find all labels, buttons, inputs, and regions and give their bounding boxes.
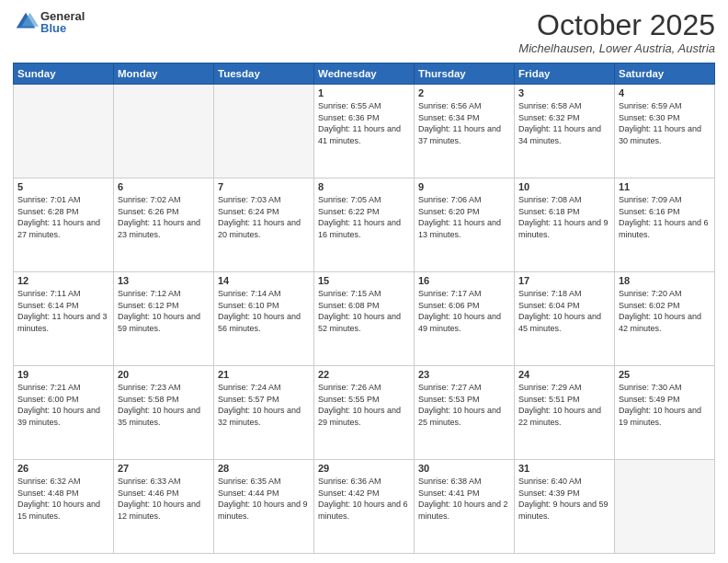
day-info: Sunrise: 6:35 AM Sunset: 4:44 PM Dayligh… xyxy=(218,476,310,522)
day-number: 29 xyxy=(318,463,410,474)
day-number: 17 xyxy=(518,275,610,286)
day-number: 14 xyxy=(218,275,310,286)
location: Michelhausen, Lower Austria, Austria xyxy=(518,41,715,55)
calendar-table: Sunday Monday Tuesday Wednesday Thursday… xyxy=(13,63,715,554)
calendar-cell: 17Sunrise: 7:18 AM Sunset: 6:04 PM Dayli… xyxy=(515,272,615,366)
calendar-week-row: 26Sunrise: 6:32 AM Sunset: 4:48 PM Dayli… xyxy=(14,460,715,554)
day-info: Sunrise: 7:18 AM Sunset: 6:04 PM Dayligh… xyxy=(518,288,610,334)
calendar-cell: 29Sunrise: 6:36 AM Sunset: 4:42 PM Dayli… xyxy=(314,460,415,554)
day-number: 24 xyxy=(518,369,610,380)
day-info: Sunrise: 6:59 AM Sunset: 6:30 PM Dayligh… xyxy=(619,100,711,146)
day-info: Sunrise: 7:15 AM Sunset: 6:08 PM Dayligh… xyxy=(318,288,410,334)
day-info: Sunrise: 7:26 AM Sunset: 5:55 PM Dayligh… xyxy=(318,382,410,428)
day-info: Sunrise: 7:21 AM Sunset: 6:00 PM Dayligh… xyxy=(17,382,109,428)
header-thursday: Thursday xyxy=(415,63,515,85)
calendar-cell: 30Sunrise: 6:38 AM Sunset: 4:41 PM Dayli… xyxy=(415,460,515,554)
day-number: 6 xyxy=(118,181,210,192)
calendar-week-row: 5Sunrise: 7:01 AM Sunset: 6:28 PM Daylig… xyxy=(14,178,715,272)
day-number: 25 xyxy=(619,369,711,380)
day-number: 22 xyxy=(318,369,410,380)
day-info: Sunrise: 7:03 AM Sunset: 6:24 PM Dayligh… xyxy=(218,194,310,240)
calendar-cell xyxy=(14,85,114,178)
day-info: Sunrise: 7:06 AM Sunset: 6:20 PM Dayligh… xyxy=(418,194,510,240)
calendar-cell: 13Sunrise: 7:12 AM Sunset: 6:12 PM Dayli… xyxy=(114,272,214,366)
day-info: Sunrise: 6:56 AM Sunset: 6:34 PM Dayligh… xyxy=(418,100,510,146)
calendar-cell: 16Sunrise: 7:17 AM Sunset: 6:06 PM Dayli… xyxy=(415,272,515,366)
calendar-cell: 10Sunrise: 7:08 AM Sunset: 6:18 PM Dayli… xyxy=(515,178,615,272)
day-info: Sunrise: 7:09 AM Sunset: 6:16 PM Dayligh… xyxy=(619,194,711,240)
day-number: 16 xyxy=(418,275,510,286)
calendar-cell xyxy=(214,85,314,178)
calendar-cell: 14Sunrise: 7:14 AM Sunset: 6:10 PM Dayli… xyxy=(214,272,314,366)
day-info: Sunrise: 7:05 AM Sunset: 6:22 PM Dayligh… xyxy=(318,194,410,240)
header: General Blue October 2025 Michelhausen, … xyxy=(13,9,715,55)
calendar-cell: 9Sunrise: 7:06 AM Sunset: 6:20 PM Daylig… xyxy=(415,178,515,272)
page: General Blue October 2025 Michelhausen, … xyxy=(0,0,728,563)
day-number: 31 xyxy=(518,463,610,474)
day-info: Sunrise: 7:14 AM Sunset: 6:10 PM Dayligh… xyxy=(218,288,310,334)
calendar-cell: 26Sunrise: 6:32 AM Sunset: 4:48 PM Dayli… xyxy=(14,460,114,554)
title-block: October 2025 Michelhausen, Lower Austria… xyxy=(518,9,715,55)
day-number: 5 xyxy=(17,181,109,192)
calendar-cell: 28Sunrise: 6:35 AM Sunset: 4:44 PM Dayli… xyxy=(214,460,314,554)
calendar-cell xyxy=(615,460,715,554)
day-info: Sunrise: 7:27 AM Sunset: 5:53 PM Dayligh… xyxy=(418,382,510,428)
day-info: Sunrise: 7:02 AM Sunset: 6:26 PM Dayligh… xyxy=(118,194,210,240)
logo: General Blue xyxy=(13,9,85,35)
day-number: 3 xyxy=(518,87,610,98)
calendar-cell: 4Sunrise: 6:59 AM Sunset: 6:30 PM Daylig… xyxy=(615,85,715,178)
day-number: 30 xyxy=(418,463,510,474)
day-info: Sunrise: 7:20 AM Sunset: 6:02 PM Dayligh… xyxy=(619,288,711,334)
calendar-cell: 24Sunrise: 7:29 AM Sunset: 5:51 PM Dayli… xyxy=(515,366,615,460)
day-number: 1 xyxy=(318,87,410,98)
day-info: Sunrise: 6:40 AM Sunset: 4:39 PM Dayligh… xyxy=(518,476,610,522)
calendar-cell: 19Sunrise: 7:21 AM Sunset: 6:00 PM Dayli… xyxy=(14,366,114,460)
calendar-cell: 3Sunrise: 6:58 AM Sunset: 6:32 PM Daylig… xyxy=(515,85,615,178)
day-number: 2 xyxy=(418,87,510,98)
day-info: Sunrise: 6:38 AM Sunset: 4:41 PM Dayligh… xyxy=(418,476,510,522)
day-info: Sunrise: 6:36 AM Sunset: 4:42 PM Dayligh… xyxy=(318,476,410,522)
day-number: 19 xyxy=(17,369,109,380)
calendar-cell: 21Sunrise: 7:24 AM Sunset: 5:57 PM Dayli… xyxy=(214,366,314,460)
day-number: 13 xyxy=(118,275,210,286)
calendar-cell: 8Sunrise: 7:05 AM Sunset: 6:22 PM Daylig… xyxy=(314,178,415,272)
day-number: 28 xyxy=(218,463,310,474)
header-tuesday: Tuesday xyxy=(214,63,314,85)
logo-icon xyxy=(13,9,39,35)
logo-blue-text: Blue xyxy=(40,22,85,34)
day-info: Sunrise: 7:12 AM Sunset: 6:12 PM Dayligh… xyxy=(118,288,210,334)
day-number: 20 xyxy=(118,369,210,380)
header-sunday: Sunday xyxy=(14,63,114,85)
month-title: October 2025 xyxy=(518,9,715,41)
day-number: 15 xyxy=(318,275,410,286)
day-info: Sunrise: 6:55 AM Sunset: 6:36 PM Dayligh… xyxy=(318,100,410,146)
day-info: Sunrise: 6:32 AM Sunset: 4:48 PM Dayligh… xyxy=(17,476,109,522)
calendar-header-row: Sunday Monday Tuesday Wednesday Thursday… xyxy=(14,63,715,85)
day-number: 27 xyxy=(118,463,210,474)
day-number: 23 xyxy=(418,369,510,380)
calendar-cell: 25Sunrise: 7:30 AM Sunset: 5:49 PM Dayli… xyxy=(615,366,715,460)
calendar-cell: 2Sunrise: 6:56 AM Sunset: 6:34 PM Daylig… xyxy=(415,85,515,178)
calendar-cell: 18Sunrise: 7:20 AM Sunset: 6:02 PM Dayli… xyxy=(615,272,715,366)
day-info: Sunrise: 7:01 AM Sunset: 6:28 PM Dayligh… xyxy=(17,194,109,240)
day-number: 10 xyxy=(518,181,610,192)
logo-text: General Blue xyxy=(40,10,85,34)
day-info: Sunrise: 6:33 AM Sunset: 4:46 PM Dayligh… xyxy=(118,476,210,522)
calendar-week-row: 12Sunrise: 7:11 AM Sunset: 6:14 PM Dayli… xyxy=(14,272,715,366)
day-info: Sunrise: 7:17 AM Sunset: 6:06 PM Dayligh… xyxy=(418,288,510,334)
calendar-cell: 7Sunrise: 7:03 AM Sunset: 6:24 PM Daylig… xyxy=(214,178,314,272)
day-number: 18 xyxy=(619,275,711,286)
day-info: Sunrise: 7:29 AM Sunset: 5:51 PM Dayligh… xyxy=(518,382,610,428)
header-monday: Monday xyxy=(114,63,214,85)
calendar-cell: 11Sunrise: 7:09 AM Sunset: 6:16 PM Dayli… xyxy=(615,178,715,272)
day-info: Sunrise: 7:11 AM Sunset: 6:14 PM Dayligh… xyxy=(17,288,109,334)
calendar-cell: 15Sunrise: 7:15 AM Sunset: 6:08 PM Dayli… xyxy=(314,272,415,366)
day-number: 4 xyxy=(619,87,711,98)
day-info: Sunrise: 7:08 AM Sunset: 6:18 PM Dayligh… xyxy=(518,194,610,240)
day-info: Sunrise: 6:58 AM Sunset: 6:32 PM Dayligh… xyxy=(518,100,610,146)
day-number: 8 xyxy=(318,181,410,192)
calendar-cell: 22Sunrise: 7:26 AM Sunset: 5:55 PM Dayli… xyxy=(314,366,415,460)
calendar-cell: 6Sunrise: 7:02 AM Sunset: 6:26 PM Daylig… xyxy=(114,178,214,272)
day-info: Sunrise: 7:23 AM Sunset: 5:58 PM Dayligh… xyxy=(118,382,210,428)
day-number: 26 xyxy=(17,463,109,474)
